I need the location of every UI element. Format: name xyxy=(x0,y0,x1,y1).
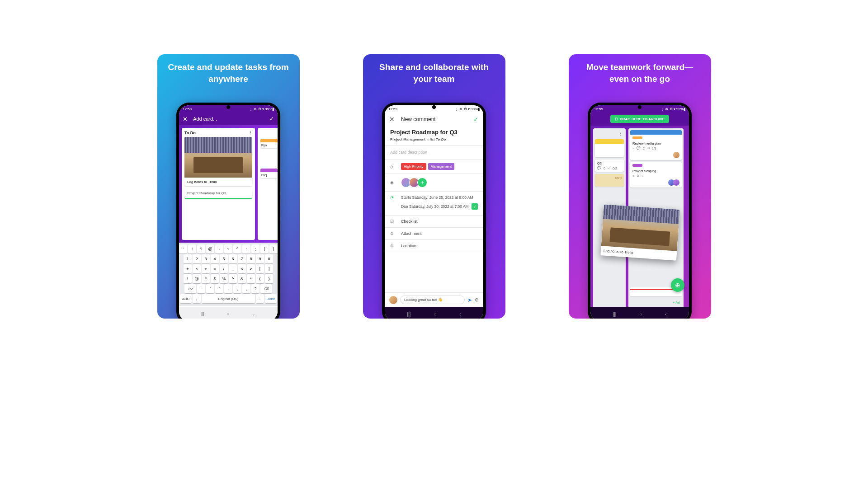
kb-key[interactable]: ' xyxy=(179,244,187,253)
card-left-1[interactable] xyxy=(595,139,624,157)
nav-home-icon[interactable]: ○ xyxy=(639,312,642,317)
label-high-priority[interactable]: High Priority xyxy=(401,163,426,170)
send-icon[interactable]: ➤ xyxy=(467,297,472,303)
nav-back-icon[interactable]: ⌄ xyxy=(252,312,255,316)
kb-key[interactable]: ; xyxy=(233,284,241,293)
nav-recent-icon[interactable]: ||| xyxy=(407,312,410,317)
kb-key[interactable]: 0 xyxy=(265,254,273,263)
attach-icon[interactable]: ⊘ xyxy=(475,297,479,303)
nav-recent-icon[interactable]: ||| xyxy=(613,312,616,317)
list-menu[interactable]: ⋮ xyxy=(595,130,624,137)
close-icon[interactable]: ✕ xyxy=(183,116,188,122)
dragging-card[interactable]: Log notes to Trello xyxy=(600,204,679,260)
android-nav-bar: ||| ○ ‹ xyxy=(590,307,689,319)
checklist-row[interactable]: ☑ Checklist xyxy=(385,216,483,228)
kb-key[interactable]: - xyxy=(197,284,205,293)
board-area[interactable]: To Do ⋮ Log notes to Trello Project Road… xyxy=(179,125,278,243)
kb-key[interactable]: / xyxy=(220,264,228,273)
card-review-media[interactable]: Review media plan ≡ 💬2 ☑1/3 xyxy=(630,130,682,160)
kb-key[interactable]: , xyxy=(242,284,250,293)
board-area[interactable]: ⋮ Q3 💬0 ☑0/2 card xyxy=(590,126,689,311)
close-icon[interactable]: ✕ xyxy=(389,116,395,123)
members-row[interactable]: ◉ + xyxy=(385,174,483,192)
kb-key[interactable]: ! xyxy=(188,244,196,253)
nav-recent-icon[interactable]: ||| xyxy=(201,312,204,316)
kb-key[interactable]: 6 xyxy=(229,254,237,263)
kb-key[interactable]: 2 xyxy=(193,254,201,263)
kb-key[interactable]: 4 xyxy=(211,254,219,263)
kb-spacebar[interactable]: English (US) xyxy=(202,294,255,303)
archive-drop-zone[interactable]: ⊟ DRAG HERE TO ARCHIVE xyxy=(610,115,669,123)
list-menu-icon[interactable]: ⋮ xyxy=(248,131,252,135)
nav-back-icon[interactable]: ‹ xyxy=(665,312,666,317)
kb-key[interactable]: ) xyxy=(265,274,273,283)
kb-key[interactable]: @ xyxy=(193,274,201,283)
confirm-icon[interactable]: ✓ xyxy=(269,116,274,122)
kb-key[interactable]: % xyxy=(220,274,228,283)
kb-key[interactable]: ! xyxy=(184,274,192,283)
kb-key[interactable]: 9 xyxy=(256,254,264,263)
kb-key[interactable]: ÷ xyxy=(202,264,210,273)
card-peek-1[interactable]: Rev xyxy=(260,139,278,148)
location-row[interactable]: ⊚ Location xyxy=(385,240,483,252)
kb-key[interactable]: 1 xyxy=(184,254,192,263)
kb-key[interactable]: × xyxy=(193,264,201,273)
kb-key[interactable]: : xyxy=(242,244,250,253)
kb-key[interactable]: " xyxy=(215,284,223,293)
kb-key[interactable]: ^ xyxy=(233,244,241,253)
kb-key[interactable]: ? xyxy=(197,244,205,253)
nav-home-icon[interactable]: ○ xyxy=(227,312,229,316)
nav-home-icon[interactable]: ○ xyxy=(434,312,436,317)
kb-key[interactable]: > xyxy=(247,264,255,273)
kb-key[interactable]: ; xyxy=(251,244,259,253)
kb-key[interactable]: = xyxy=(211,264,219,273)
on-screen-keyboard[interactable]: '!?@-~^:;() 1234567890 +×÷=/_<>[] !@#$%^… xyxy=(179,243,278,306)
description-input[interactable]: Add card description xyxy=(385,145,483,160)
add-member-button[interactable]: + xyxy=(417,178,427,188)
card-project-scoping[interactable]: Project Scoping ≡ ⊘2 xyxy=(630,162,682,188)
kb-key[interactable]: @ xyxy=(206,244,214,253)
card-peek-2[interactable]: Proj xyxy=(260,169,278,178)
add-card-button[interactable]: + Ad xyxy=(630,299,682,306)
kb-key[interactable]: 7 xyxy=(238,254,246,263)
attachment-row[interactable]: ⊘ Attachment xyxy=(385,228,483,240)
kb-key[interactable]: ( xyxy=(256,274,264,283)
kb-period[interactable]: . xyxy=(256,294,264,303)
kb-key[interactable]: ) xyxy=(269,244,278,253)
zoom-fab[interactable]: ⊕ xyxy=(671,278,684,292)
new-card-input[interactable]: Project Roadmap for Q3 xyxy=(184,188,252,199)
kb-key[interactable]: ^ xyxy=(229,274,237,283)
nav-back-icon[interactable]: ‹ xyxy=(459,312,461,317)
kb-key[interactable]: 8 xyxy=(247,254,255,263)
kb-key[interactable]: ] xyxy=(265,264,273,273)
card-with-image[interactable]: Log notes to Trello xyxy=(184,137,252,186)
kb-key[interactable]: - xyxy=(215,244,223,253)
card-left-2[interactable]: Q3 💬0 ☑0/2 xyxy=(595,160,624,172)
confirm-icon[interactable]: ✓ xyxy=(473,116,479,123)
kb-key[interactable]: 5 xyxy=(220,254,228,263)
kb-key[interactable]: _ xyxy=(229,264,237,273)
kb-key[interactable]: # xyxy=(202,274,210,283)
due-complete-checkbox[interactable]: ✓ xyxy=(472,203,478,210)
kb-key[interactable]: $ xyxy=(211,274,219,283)
kb-done[interactable]: Done xyxy=(265,294,277,303)
kb-abc[interactable]: ABC xyxy=(180,294,192,303)
kb-comma[interactable]: , xyxy=(193,294,201,303)
kb-key[interactable]: 3 xyxy=(202,254,210,263)
kb-backspace[interactable]: ⌫ xyxy=(260,284,272,293)
kb-key[interactable]: & xyxy=(238,274,246,283)
kb-key[interactable]: ? xyxy=(251,284,259,293)
label-management[interactable]: Management xyxy=(428,163,455,170)
kb-key[interactable]: ( xyxy=(260,244,269,253)
comment-input[interactable]: Looking great so far! 👋 xyxy=(400,296,465,304)
kb-shift-page[interactable]: 1/2 xyxy=(184,284,196,293)
kb-key[interactable]: < xyxy=(238,264,246,273)
dates-row[interactable]: ◔ Starts Saturday, June 25, 2022 at 8:00… xyxy=(385,192,483,216)
kb-key[interactable]: + xyxy=(184,264,192,273)
kb-key[interactable]: ' xyxy=(206,284,214,293)
labels-row[interactable]: ◇ High Priority Management xyxy=(385,160,483,174)
kb-key[interactable]: * xyxy=(247,274,255,283)
kb-key[interactable]: ~ xyxy=(224,244,232,253)
kb-key[interactable]: : xyxy=(224,284,232,293)
kb-key[interactable]: [ xyxy=(256,264,264,273)
